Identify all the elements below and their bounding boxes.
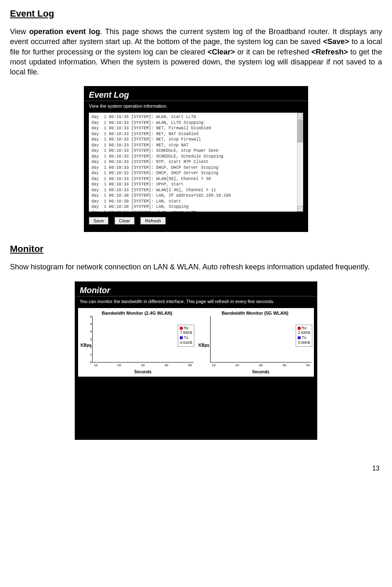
text-bold: <Clear> <box>208 48 235 56</box>
chart-title: Bandwidth Monitor (2.4G WLAN) <box>81 311 194 316</box>
event-log-panel: Event Log View the system operation info… <box>84 86 308 232</box>
chart-1: Bandwidth Monitor (5G WLAN)KBps102030405… <box>196 308 314 377</box>
text-bold: <Refresh> <box>311 48 348 56</box>
chart-legend: Rx:7.68KBTx:0.61KB <box>178 325 194 347</box>
scroll-up-icon[interactable] <box>297 113 303 118</box>
page-number: 13 <box>10 465 382 472</box>
text: or it can be refreshed <box>235 48 311 56</box>
monitor-paragraph: Show histogram for network connection on… <box>10 262 382 272</box>
clear-button[interactable]: Clear <box>115 217 135 224</box>
x-axis-ticks: 1020304050 <box>210 363 311 368</box>
x-axis-label: Seconds <box>210 370 311 374</box>
monitor-panel: Monitor You can monitor the bandwidth in… <box>75 281 317 440</box>
log-content: day 1 00:10:35 [SYSTEM]: WLAN, start LLT… <box>91 114 301 212</box>
save-button[interactable]: Save <box>89 217 108 224</box>
refresh-button[interactable]: Refresh <box>140 217 166 224</box>
panel-subtitle: View the system operation information. <box>85 101 307 113</box>
monitor-heading: Monitor <box>10 244 382 254</box>
scrollbar[interactable] <box>297 113 303 212</box>
chart-title: Bandwidth Monitor (5G WLAN) <box>198 311 311 316</box>
panel-title: Monitor <box>76 282 316 296</box>
scroll-down-icon[interactable] <box>297 206 303 212</box>
scroll-thumb[interactable] <box>297 119 303 143</box>
chart-legend: Rx:2.62KBTx:0.00KB <box>296 325 312 347</box>
text: View <box>10 27 29 36</box>
text-bold: operation event log <box>29 27 100 36</box>
y-axis-label: KBps <box>198 316 210 374</box>
chart-0: Bandwidth Monitor (2.4G WLAN)KBps0123456… <box>78 308 196 377</box>
panel-spacer <box>76 377 316 439</box>
panel-subtitle: You can monitor the bandwidth in differe… <box>76 296 316 308</box>
panel-title: Event Log <box>85 87 307 101</box>
x-axis-ticks: 1020304050 <box>92 363 194 368</box>
event-log-paragraph: View operation event log. This page show… <box>10 27 382 77</box>
x-axis-label: Seconds <box>92 370 194 374</box>
button-row: Save Clear Refresh <box>85 212 307 231</box>
log-textarea[interactable]: day 1 00:10:35 [SYSTEM]: WLAN, start LLT… <box>89 113 303 212</box>
text-bold: <Save> <box>323 37 349 46</box>
event-log-heading: Event Log <box>10 8 382 19</box>
